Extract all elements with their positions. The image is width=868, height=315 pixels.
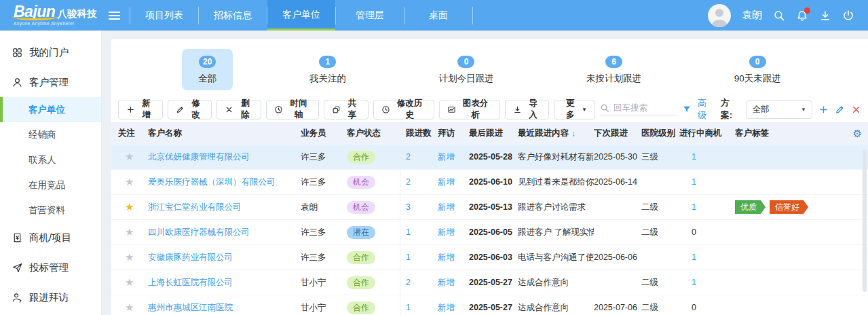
power-icon[interactable] (842, 10, 854, 22)
col-header-next-follow[interactable]: 下次跟进 (594, 122, 641, 145)
visit-add-link[interactable]: 新增 (438, 227, 455, 238)
sort-descending-icon[interactable]: ↓ (571, 129, 575, 138)
search-icon[interactable] (773, 10, 785, 22)
table-row[interactable]: ★爱奥乐医疗器械（深圳）有限公司许三多机会2新增2025-06-10见到过看来是… (111, 170, 868, 195)
customer-name-link[interactable]: 北京优妍健康管理有限公司 (148, 151, 250, 163)
user-avatar[interactable] (708, 4, 731, 27)
sidebar-item-competing-products[interactable]: 在用竞品 (0, 172, 101, 198)
col-header-active-opportunities[interactable]: 进行中商机 (679, 122, 735, 145)
notification-bell-icon[interactable] (796, 10, 808, 22)
star-icon[interactable]: ★ (118, 301, 134, 314)
advanced-filter-link[interactable]: 高级 (698, 97, 715, 122)
col-header-follow-count[interactable]: 跟进数 (400, 122, 438, 145)
import-button[interactable]: 导入 (505, 100, 550, 119)
opportunity-count-link[interactable]: 1 (692, 177, 696, 187)
sidebar-item-bid-management[interactable]: 投标管理 (0, 253, 101, 282)
scheme-select[interactable]: 全部 ▼ (746, 100, 812, 119)
visit-add-link[interactable]: 新增 (438, 151, 455, 163)
edit-button[interactable]: 修改 (168, 100, 212, 119)
add-scheme-icon[interactable] (818, 105, 829, 115)
sidebar-item-prototype-management[interactable]: 样机管理 (0, 312, 101, 315)
follow-count-link[interactable]: 2 (406, 278, 411, 287)
table-row[interactable]: ★上海长虹医院有限公司甘小宁合作2新增2025-05-27达成合作意向二级1 (111, 270, 868, 295)
sidebar-item-follow-up-visits[interactable]: 跟进拜访 (0, 282, 101, 312)
filter-funnel-icon[interactable] (682, 105, 692, 114)
cell-follow: ★ (118, 170, 148, 194)
star-icon[interactable]: ★ (118, 201, 134, 213)
opportunity-count-link[interactable]: 1 (692, 202, 696, 212)
table-row[interactable]: ★安徽康豚药业有限公司许三多合作1新增2025-06-03电话与客户沟通了使..… (111, 245, 868, 270)
visit-add-link[interactable]: 新增 (438, 177, 455, 188)
sidebar-item-customer-management[interactable]: 客户管理 (0, 67, 101, 97)
add-button[interactable]: 新增 (118, 100, 163, 119)
opportunity-count-link[interactable]: 1 (692, 152, 696, 162)
username[interactable]: 袁朗 (742, 9, 762, 22)
nav-tab-customers[interactable]: 客户单位 (267, 0, 335, 31)
stat-tab-off-plan[interactable]: 6未按计划跟进 (570, 49, 658, 90)
edit-history-button[interactable]: 修改历史 (373, 100, 434, 119)
follow-count-link[interactable]: 2 (406, 152, 411, 162)
star-icon[interactable]: ★ (118, 251, 134, 263)
share-button[interactable]: 共享 (324, 100, 369, 119)
table-row[interactable]: ★北京优妍健康管理有限公司许三多合作2新增2025-05-28客户好像对耗材有新… (111, 145, 868, 170)
download-icon[interactable] (819, 10, 831, 22)
customer-name-link[interactable]: 惠州市惠城区江南医院 (148, 302, 233, 314)
follow-count-link[interactable]: 3 (406, 202, 411, 212)
nav-tab-desktop[interactable]: 桌面 (404, 0, 472, 31)
delete-button[interactable]: 删除 (216, 100, 261, 119)
customer-name-link[interactable]: 安徽康豚药业有限公司 (148, 252, 233, 263)
sidebar-item-my-portal[interactable]: 我的门户 (0, 37, 101, 67)
star-icon[interactable]: ★ (118, 276, 134, 289)
sidebar-item-opportunities[interactable]: 商机/项目 (0, 223, 101, 253)
col-header-salesperson[interactable]: 业务员 (301, 122, 347, 145)
follow-count-link[interactable]: 1 (406, 253, 411, 262)
stat-tab-all[interactable]: 20全部 (182, 49, 233, 90)
table-row[interactable]: ★惠州市惠城区江南医院甘小宁合作1新增2025-05-27达成合作意向2025-… (111, 295, 868, 315)
customer-name-link[interactable]: 上海长虹医院有限公司 (148, 277, 233, 289)
follow-count-link[interactable]: 1 (406, 303, 411, 312)
sidebar-item-contacts[interactable]: 联系人 (0, 147, 101, 172)
table-row[interactable]: ★浙江宝仁堂药业有限公司袁朗机会3新增2025-05-13跟进客户讨论需求二级1… (111, 195, 868, 220)
col-header-follow[interactable]: 关注 (118, 122, 148, 145)
sidebar-item-first-camp-materials[interactable]: 首营资料 (0, 198, 101, 223)
col-header-customer-tags[interactable]: 客户标签 (735, 122, 861, 145)
follow-count-link[interactable]: 2 (406, 177, 411, 187)
customer-name-link[interactable]: 爱奥乐医疗器械（深圳）有限公司 (148, 177, 276, 188)
visit-add-link[interactable]: 新增 (438, 277, 455, 289)
visit-add-link[interactable]: 新增 (438, 202, 455, 213)
sidebar-item-dealers[interactable]: 经销商 (0, 122, 101, 147)
delete-scheme-icon[interactable] (851, 105, 861, 115)
vertical-scrollbar[interactable] (863, 149, 867, 292)
follow-count-link[interactable]: 1 (406, 227, 411, 237)
nav-tab-management[interactable]: 管理层 (336, 0, 404, 31)
opportunity-count-link[interactable]: 1 (692, 278, 696, 287)
sidebar-item-customer-units[interactable]: 客户单位 (0, 97, 101, 122)
nav-tab-bidding[interactable]: 招标信息 (199, 0, 267, 31)
col-header-last-follow-content[interactable]: 最近跟进内容↓ (518, 122, 594, 145)
column-settings-gear-icon[interactable]: ⚙ (853, 122, 862, 145)
col-header-customer-name[interactable]: 客户名称 (148, 122, 301, 145)
nav-tab-projects[interactable]: 项目列表 (130, 0, 198, 31)
stat-tab-ninety-days[interactable]: 090天未跟进 (718, 49, 797, 90)
customer-name-link[interactable]: 四川欧康医疗器械有限公司 (148, 227, 250, 238)
col-header-hospital-level[interactable]: 医院级别 (641, 122, 679, 145)
stat-tab-planned-today[interactable]: 0计划今日跟进 (422, 49, 510, 90)
more-button[interactable]: 更多▼ (554, 100, 595, 119)
star-icon[interactable]: ★ (118, 176, 134, 188)
visit-add-link[interactable]: 新增 (438, 302, 455, 314)
col-header-customer-status[interactable]: 客户状态 (347, 122, 400, 145)
table-row[interactable]: ★四川欧康医疗器械有限公司许三多潜在1新增2025-06-05跟进客户 了解现实… (111, 220, 868, 245)
chart-analysis-button[interactable]: 图表分析 (439, 100, 500, 119)
menu-toggle-icon[interactable] (109, 12, 120, 20)
col-header-visit[interactable]: 拜访 (438, 122, 469, 145)
timeline-button[interactable]: 时间轴 (266, 100, 319, 119)
star-icon[interactable]: ★ (118, 151, 134, 163)
customer-name-link[interactable]: 浙江宝仁堂药业有限公司 (148, 202, 242, 213)
edit-scheme-icon[interactable] (835, 105, 845, 115)
search-input[interactable] (614, 103, 676, 113)
star-icon[interactable]: ★ (118, 226, 134, 238)
opportunity-count-link[interactable]: 1 (692, 253, 696, 262)
visit-add-link[interactable]: 新增 (438, 252, 455, 263)
col-header-last-follow[interactable]: 最后跟进 (469, 122, 518, 145)
stat-tab-my-followed[interactable]: 1我关注的 (293, 49, 362, 90)
